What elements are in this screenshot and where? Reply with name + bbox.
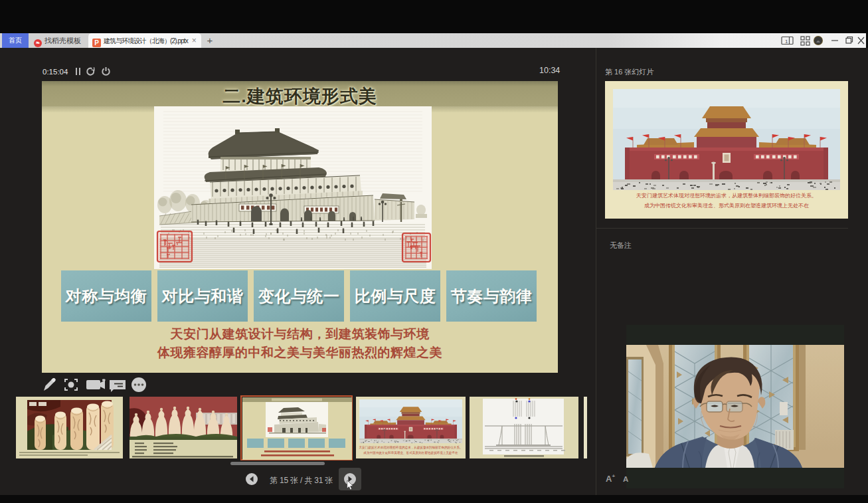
svg-text:1: 1 (785, 39, 788, 45)
